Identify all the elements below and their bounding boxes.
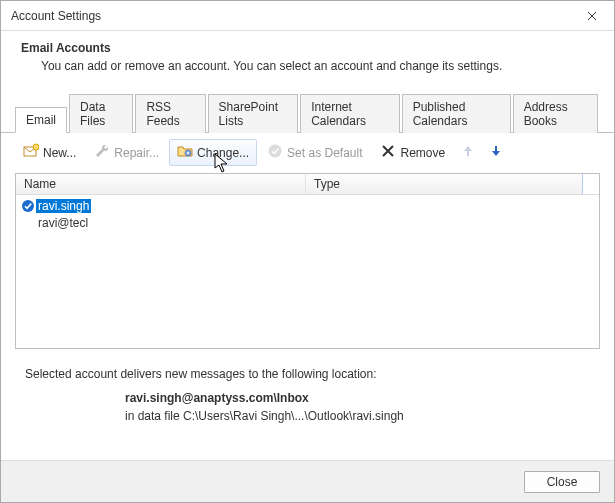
header-subtitle: You can add or remove an account. You ca…	[21, 59, 594, 73]
col-spacer	[583, 174, 599, 194]
arrow-up-icon	[461, 144, 475, 161]
repair-button: Repair...	[86, 139, 167, 166]
svg-point-1	[33, 144, 39, 150]
remove-x-icon	[380, 143, 396, 162]
tab-address-books[interactable]: Address Books	[513, 94, 598, 133]
account-name: ravi@tecl	[36, 216, 88, 230]
table-row[interactable]: ravi.singh	[16, 197, 599, 214]
remove-label: Remove	[400, 146, 445, 160]
move-up-button	[455, 140, 481, 165]
tab-sharepoint-lists[interactable]: SharePoint Lists	[208, 94, 299, 133]
window-close-button[interactable]	[570, 1, 614, 31]
header-section: Email Accounts You can add or remove an …	[1, 31, 614, 87]
remove-button[interactable]: Remove	[372, 139, 453, 166]
header-title: Email Accounts	[21, 41, 594, 55]
table-header: Name Type	[16, 174, 599, 195]
tab-rss-feeds[interactable]: RSS Feeds	[135, 94, 205, 133]
tab-strip: Email Data Files RSS Feeds SharePoint Li…	[1, 93, 614, 133]
delivery-intro: Selected account delivers new messages t…	[25, 367, 590, 381]
repair-label: Repair...	[114, 146, 159, 160]
tab-published-calendars[interactable]: Published Calendars	[402, 94, 511, 133]
change-button[interactable]: Change...	[169, 139, 257, 166]
col-type[interactable]: Type	[306, 174, 583, 194]
tab-email[interactable]: Email	[15, 107, 67, 133]
close-button[interactable]: Close	[524, 471, 600, 493]
svg-point-3	[187, 152, 189, 154]
delivery-info: Selected account delivers new messages t…	[1, 349, 614, 423]
delivery-location-path: in data file C:\Users\Ravi Singh\...\Out…	[125, 409, 590, 423]
accounts-table: Name Type ravi.singh ravi@tecl	[15, 173, 600, 349]
delivery-location-name: ravi.singh@anaptyss.com\Inbox	[125, 391, 590, 405]
set-default-label: Set as Default	[287, 146, 362, 160]
tab-data-files[interactable]: Data Files	[69, 94, 133, 133]
default-check-icon	[20, 199, 36, 213]
tab-internet-calendars[interactable]: Internet Calendars	[300, 94, 400, 133]
window-title: Account Settings	[11, 9, 101, 23]
check-circle-icon	[267, 143, 283, 162]
set-default-button: Set as Default	[259, 139, 370, 166]
envelope-new-icon	[23, 143, 39, 162]
table-body: ravi.singh ravi@tecl	[16, 195, 599, 233]
toolbar: New... Repair... Change... Set as Defaul…	[1, 133, 614, 173]
footer: Close	[1, 460, 614, 502]
change-label: Change...	[197, 146, 249, 160]
col-name[interactable]: Name	[16, 174, 306, 194]
svg-point-4	[269, 145, 282, 158]
svg-point-5	[22, 200, 34, 212]
wrench-icon	[94, 143, 110, 162]
arrow-down-icon	[489, 144, 503, 161]
title-bar: Account Settings	[1, 1, 614, 31]
folder-gear-icon	[177, 143, 193, 162]
move-down-button[interactable]	[483, 140, 509, 165]
new-button[interactable]: New...	[15, 139, 84, 166]
account-name: ravi.singh	[36, 199, 91, 213]
new-label: New...	[43, 146, 76, 160]
table-row[interactable]: ravi@tecl	[16, 214, 599, 231]
